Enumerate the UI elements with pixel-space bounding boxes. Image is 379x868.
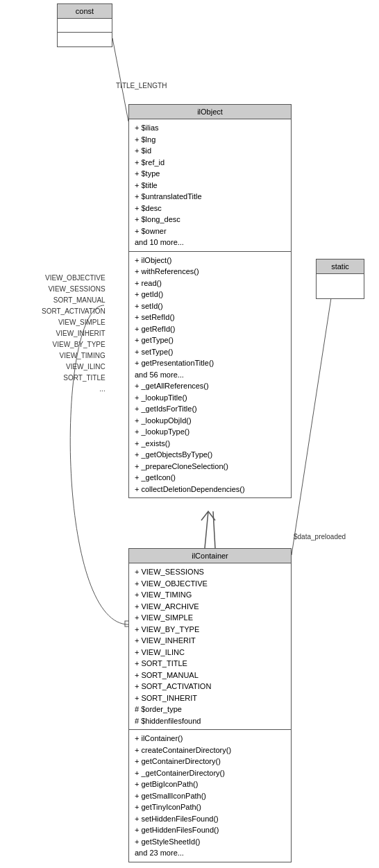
ilobject-method-11: + _getAllReferences() xyxy=(135,380,285,392)
ilobject-method-9: + getPresentationTitle() xyxy=(135,357,285,369)
const-box: const xyxy=(57,3,112,47)
ilcontainer-method-8: + getHiddenFilesFound() xyxy=(135,824,285,836)
ilobject-method-18: + _prepareCloneSelection() xyxy=(135,461,285,473)
ilcontainer-prop-4: + VIEW_SIMPLE xyxy=(135,612,285,624)
ilcontainer-properties: + VIEW_SESSIONS + VIEW_OBJECTIVE + VIEW_… xyxy=(129,563,291,730)
const-item-8: VIEW_ILINC xyxy=(42,361,106,373)
ilcontainer-method-1: + createContainerDirectory() xyxy=(135,744,285,756)
ilcontainer-method-10: and 23 more... xyxy=(135,847,285,859)
ilobject-method-15: + _lookupType() xyxy=(135,426,285,438)
ilobject-method-17: + _getObjectsByType() xyxy=(135,449,285,461)
ilobject-method-4: + setId() xyxy=(135,300,285,312)
static-box: static xyxy=(316,259,364,299)
ilcontainer-prop-8: + SORT_TITLE xyxy=(135,658,285,670)
ilcontainer-prop-0: + VIEW_SESSIONS xyxy=(135,566,285,578)
ilcontainer-methods: + ilContainer() + createContainerDirecto… xyxy=(129,730,291,862)
ilcontainer-prop-1: + VIEW_OBJECTIVE xyxy=(135,578,285,590)
const-item-9: SORT_TITLE xyxy=(42,373,106,384)
ilcontainer-prop-5: + VIEW_BY_TYPE xyxy=(135,624,285,636)
ilobject-method-20: + collectDeletionDependencies() xyxy=(135,484,285,495)
ilobject-prop-9: + $owner xyxy=(135,225,285,237)
ilobject-method-6: + getRefId() xyxy=(135,323,285,335)
const-item-5: VIEW_INHERIT xyxy=(42,328,106,339)
ilcontainer-prop-10: + SORT_ACTIVATION xyxy=(135,681,285,692)
ilobject-prop-2: + $id xyxy=(135,145,285,157)
ilcontainer-prop-9: + SORT_MANUAL xyxy=(135,670,285,681)
ilcontainer-method-4: + getBigIconPath() xyxy=(135,778,285,790)
ilobject-prop-1: + $lng xyxy=(135,134,285,146)
ilobject-method-7: + getType() xyxy=(135,334,285,346)
ilobject-prop-4: + $type xyxy=(135,168,285,180)
ilobject-prop-8: + $long_desc xyxy=(135,214,285,225)
ilcontainer-box: ilContainer + VIEW_SESSIONS + VIEW_OBJEC… xyxy=(128,548,292,862)
static-section xyxy=(317,274,364,298)
diagram-container: const TITLE_LENGTH ilObject + $ilias + $… xyxy=(0,0,379,868)
ilcontainer-prop-13: # $hiddenfilesfound xyxy=(135,715,285,727)
ilcontainer-prop-11: + SORT_INHERIT xyxy=(135,692,285,704)
ilcontainer-method-7: + setHiddenFilesFound() xyxy=(135,813,285,825)
ilcontainer-prop-12: # $order_type xyxy=(135,704,285,715)
ilcontainer-prop-7: + VIEW_ILINC xyxy=(135,647,285,658)
ilobject-method-2: + read() xyxy=(135,278,285,289)
ilobject-method-10: and 56 more... xyxy=(135,369,285,381)
ilcontainer-method-2: + getContainerDirectory() xyxy=(135,756,285,767)
static-header: static xyxy=(317,259,364,274)
ilcontainer-method-6: + getTinyIconPath() xyxy=(135,801,285,813)
ilobject-prop-0: + $ilias xyxy=(135,122,285,134)
ilobject-method-14: + _lookupObjId() xyxy=(135,415,285,427)
ilobject-prop-7: + $desc xyxy=(135,203,285,214)
ilcontainer-prop-2: + VIEW_TIMING xyxy=(135,589,285,601)
ilobject-method-16: + _exists() xyxy=(135,438,285,450)
ilobject-box: ilObject + $ilias + $lng + $id + $ref_id… xyxy=(128,104,292,498)
const-item-10: ... xyxy=(42,384,106,395)
constants-list: VIEW_OBJECTIVE VIEW_SESSIONS SORT_MANUAL… xyxy=(42,273,106,395)
ilobject-method-8: + setType() xyxy=(135,346,285,358)
const-item-4: VIEW_SIMPLE xyxy=(42,317,106,328)
svg-line-2 xyxy=(213,511,215,548)
ilobject-prop-3: + $ref_id xyxy=(135,157,285,169)
const-item-2: SORT_MANUAL xyxy=(42,295,106,306)
ilobject-prop-6: + $untranslatedTitle xyxy=(135,191,285,203)
const-item-7: VIEW_TIMING xyxy=(42,350,106,361)
ilcontainer-prop-6: + VIEW_INHERIT xyxy=(135,635,285,647)
const-item-1: VIEW_SESSIONS xyxy=(42,284,106,295)
ilcontainer-prop-3: + VIEW_ARCHIVE xyxy=(135,601,285,613)
const-section1 xyxy=(58,19,112,33)
const-header: const xyxy=(58,4,112,19)
ilobject-method-5: + setRefId() xyxy=(135,312,285,323)
ilcontainer-method-5: + getSmallIconPath() xyxy=(135,790,285,802)
svg-line-3 xyxy=(292,284,333,555)
const-section2 xyxy=(58,33,112,46)
ilobject-header: ilObject xyxy=(129,105,291,119)
ilcontainer-method-3: + _getContainerDirectory() xyxy=(135,767,285,779)
data-preloaded-label: $data_preloaded xyxy=(294,533,346,541)
ilcontainer-method-9: + getStyleSheetId() xyxy=(135,836,285,848)
ilobject-properties: + $ilias + $lng + $id + $ref_id + $type … xyxy=(129,119,291,252)
const-item-0: VIEW_OBJECTIVE xyxy=(42,273,106,284)
ilobject-method-13: + _getIdsForTitle() xyxy=(135,403,285,415)
title-length-label: TITLE_LENGTH xyxy=(116,82,167,90)
ilcontainer-header: ilContainer xyxy=(129,549,291,563)
svg-line-0 xyxy=(112,38,128,121)
ilobject-method-1: + withReferences() xyxy=(135,266,285,278)
const-item-6: VIEW_BY_TYPE xyxy=(42,339,106,350)
ilobject-method-0: + ilObject() xyxy=(135,255,285,266)
svg-line-1 xyxy=(205,511,208,548)
ilobject-prop-10: and 10 more... xyxy=(135,237,285,248)
const-item-3: SORT_ACTIVATION xyxy=(42,306,106,317)
ilobject-method-12: + _lookupTitle() xyxy=(135,392,285,404)
ilobject-methods: + ilObject() + withReferences() + read()… xyxy=(129,252,291,498)
ilobject-method-19: + _getIcon() xyxy=(135,472,285,484)
ilobject-method-3: + getId() xyxy=(135,289,285,300)
ilcontainer-method-0: + ilContainer() xyxy=(135,733,285,744)
ilobject-prop-5: + $title xyxy=(135,180,285,192)
